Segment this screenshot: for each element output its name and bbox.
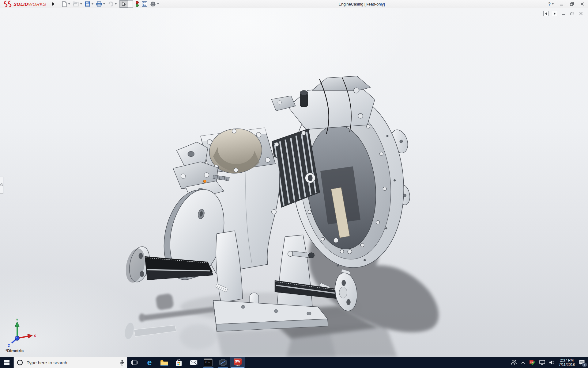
people-icon[interactable] [511, 360, 517, 365]
gear-icon [150, 1, 156, 7]
windows-taskbar: e [0, 357, 588, 368]
help-label: ? [548, 2, 551, 6]
app-titlebar: SOLIDWORKS [0, 0, 588, 8]
sw-check-icon: SW [529, 360, 535, 365]
volume-icon[interactable] [549, 360, 555, 365]
folder-icon [73, 2, 79, 7]
dropdown-caret[interactable] [92, 3, 93, 5]
undo-button[interactable] [107, 1, 118, 7]
new-document-button[interactable] [61, 0, 71, 8]
sw-year: 2017 [233, 364, 242, 366]
traffic-light-icon [135, 1, 139, 7]
folder-icon [160, 359, 168, 366]
doc-nav-left-button[interactable] [543, 11, 548, 16]
sw-cube-icon: SW 2017 [233, 358, 242, 366]
app-minimize-button[interactable] [559, 1, 564, 7]
document-window-controls [543, 11, 584, 16]
chevron-up-icon [521, 361, 525, 364]
panel-knob-icon [0, 183, 3, 186]
top-bracket [272, 76, 375, 134]
print-button[interactable] [95, 0, 106, 8]
dropdown-caret[interactable] [115, 3, 117, 5]
solidworks-logo-icon [3, 1, 12, 7]
rebuild-button[interactable] [134, 0, 140, 8]
shopping-bag-icon [175, 359, 182, 366]
flyout-arrow-icon [52, 2, 55, 6]
taskbar-apps: e [127, 357, 245, 368]
taskbar-search[interactable] [13, 357, 127, 368]
cortana-icon [17, 359, 23, 366]
triad-y-label: Y [16, 318, 18, 322]
solidworks-desktop: { "titlebar": { "logo_solid": "SOLID", "… [0, 0, 588, 368]
search-input[interactable] [26, 360, 117, 366]
solidworks-monitor-tray-icon[interactable]: SW [529, 360, 535, 365]
select-tool-dropdown[interactable] [128, 0, 133, 8]
minimize-icon [560, 2, 563, 6]
doc-minimize-button[interactable] [560, 11, 566, 16]
close-icon [580, 2, 584, 6]
doc-restore-button[interactable] [569, 11, 575, 16]
help-button[interactable]: ? [548, 2, 554, 6]
arrow-right-icon [553, 12, 556, 15]
undo-arrow-icon [108, 2, 114, 6]
menu-flyout-button[interactable] [50, 0, 57, 8]
start-button[interactable] [0, 357, 13, 368]
featuremanager-collapsed-tab[interactable] [0, 177, 3, 194]
select-tool-button[interactable] [119, 0, 128, 8]
origin-marker[interactable] [203, 180, 206, 183]
dropdown-caret[interactable] [103, 3, 105, 5]
speaker-icon [549, 360, 555, 365]
envelope-icon [190, 360, 198, 366]
clock-date: 7/11/2018 [559, 362, 575, 367]
open-button[interactable] [72, 1, 83, 8]
app-restore-button[interactable] [569, 1, 575, 7]
taskbar-clock[interactable]: 2:37 PM 7/11/2018 [559, 358, 575, 367]
microphone-icon[interactable] [120, 360, 124, 366]
options-button[interactable] [149, 0, 160, 8]
task-view-button[interactable] [127, 357, 142, 368]
doc-nav-right-button[interactable] [552, 11, 557, 16]
dropdown-caret[interactable] [68, 3, 70, 5]
window-title: EngineCasing [Read-only] [338, 2, 385, 6]
mail-icon[interactable] [186, 357, 201, 368]
close-icon [579, 12, 583, 15]
windows-logo-icon [4, 360, 9, 365]
notification-badge: 3 [582, 363, 587, 367]
engine-casing-render[interactable] [0, 8, 588, 357]
command-prompt-icon[interactable]: C:\_ [201, 357, 216, 368]
minimize-icon [561, 12, 565, 15]
cmd-prompt-text: C:\_ [205, 361, 210, 363]
graphics-viewport[interactable]: Y X Z *Dimetric [0, 8, 588, 357]
printer-icon [96, 1, 102, 7]
task-view-icon [131, 359, 138, 366]
solidworks-taskbar-icon[interactable]: SW 2017 [230, 357, 245, 368]
network-icon[interactable] [539, 360, 545, 365]
file-properties-button[interactable] [141, 0, 149, 8]
sw-letters: SW [233, 359, 242, 363]
people-icon-glyph [511, 360, 517, 365]
titlebar-controls: ? [548, 0, 585, 8]
store-icon[interactable] [172, 357, 186, 368]
edge-browser-icon[interactable]: e [142, 357, 157, 368]
file-explorer-icon[interactable] [157, 357, 172, 368]
quick-access-toolbar [61, 0, 160, 8]
floppy-icon [85, 1, 90, 7]
view-orientation-label: *Dimetric [6, 348, 24, 353]
restore-icon [570, 12, 574, 15]
help-dropdown-caret[interactable] [552, 3, 554, 5]
app-close-button[interactable] [579, 1, 585, 7]
document-properties-icon [142, 1, 147, 7]
dropdown-caret[interactable] [80, 3, 82, 5]
doc-close-button[interactable] [578, 11, 584, 16]
cmd-window-icon: C:\_ [204, 358, 213, 366]
orientation-triad: Y X Z [4, 318, 37, 347]
tray-overflow-chevron[interactable] [521, 361, 525, 364]
action-center-button[interactable]: 3 [579, 360, 585, 365]
system-tray: SW 2:37 PM 7/11/2018 [511, 357, 588, 368]
hexagon-app-icon[interactable] [216, 357, 230, 368]
cursor-icon [122, 2, 126, 6]
save-button[interactable] [84, 0, 95, 8]
dropdown-caret[interactable] [157, 3, 159, 5]
monitor-icon [539, 360, 545, 365]
page-icon [62, 1, 67, 7]
